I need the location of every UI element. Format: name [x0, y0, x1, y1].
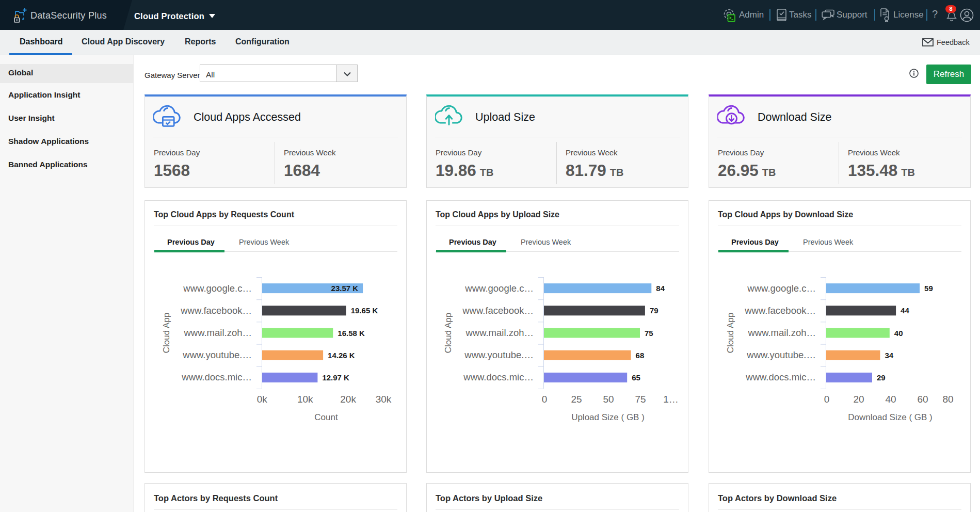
svg-text:0: 0 [542, 394, 548, 405]
svg-text:14.26 K: 14.26 K [328, 351, 355, 360]
svg-text:84: 84 [656, 284, 665, 293]
svg-text:65: 65 [632, 373, 640, 382]
svg-text:Download Size ( GB ): Download Size ( GB ) [848, 412, 932, 422]
svg-text:12.97 K: 12.97 K [322, 373, 349, 382]
svg-text:www.mail.zoh…: www.mail.zoh… [747, 327, 816, 338]
svg-text:www.youtube.…: www.youtube.… [182, 349, 252, 360]
svg-text:Count: Count [314, 412, 338, 422]
svg-text:23.57 K: 23.57 K [331, 284, 359, 293]
svg-text:www.google.c…: www.google.c… [464, 283, 534, 294]
svg-text:20k: 20k [340, 394, 356, 405]
svg-text:0: 0 [824, 394, 830, 405]
svg-text:34: 34 [885, 351, 893, 360]
svg-text:19.65 K: 19.65 K [351, 306, 378, 315]
svg-text:20: 20 [853, 394, 864, 405]
svg-text:Cloud App: Cloud App [443, 313, 453, 353]
svg-text:www.facebook…: www.facebook… [462, 305, 534, 316]
svg-text:68: 68 [636, 351, 645, 360]
svg-text:www.google.c…: www.google.c… [747, 283, 816, 294]
svg-text:44: 44 [901, 306, 909, 315]
svg-text:80: 80 [942, 394, 953, 405]
svg-text:www.docs.mic…: www.docs.mic… [181, 372, 252, 382]
svg-text:16.58 K: 16.58 K [338, 329, 365, 338]
svg-text:0k: 0k [257, 394, 268, 405]
svg-text:www.google.c…: www.google.c… [183, 283, 252, 294]
svg-text:30k: 30k [376, 394, 392, 405]
svg-text:40: 40 [894, 329, 903, 338]
svg-text:75: 75 [645, 329, 653, 338]
svg-text:40: 40 [885, 394, 896, 405]
svg-text:10k: 10k [297, 394, 313, 405]
svg-text:Upload Size ( GB ): Upload Size ( GB ) [571, 412, 645, 422]
svg-text:Cloud App: Cloud App [726, 313, 735, 353]
svg-text:59: 59 [924, 284, 933, 293]
svg-text:29: 29 [877, 373, 886, 382]
svg-text:50: 50 [603, 394, 614, 405]
svg-text:79: 79 [650, 306, 658, 315]
svg-text:1…: 1… [663, 394, 679, 405]
svg-text:www.mail.zoh…: www.mail.zoh… [183, 327, 252, 338]
svg-text:www.youtube.…: www.youtube.… [746, 349, 816, 360]
svg-text:www.docs.mic…: www.docs.mic… [463, 372, 534, 382]
svg-text:75: 75 [635, 394, 646, 405]
svg-text:www.facebook…: www.facebook… [744, 305, 816, 316]
svg-text:www.docs.mic…: www.docs.mic… [745, 372, 816, 382]
svg-text:www.youtube.…: www.youtube.… [464, 349, 534, 360]
svg-text:60: 60 [917, 394, 928, 405]
svg-text:www.mail.zoh…: www.mail.zoh… [465, 327, 534, 338]
svg-text:Cloud App: Cloud App [162, 313, 171, 353]
svg-text:www.facebook…: www.facebook… [180, 305, 252, 316]
svg-text:25: 25 [571, 394, 582, 405]
